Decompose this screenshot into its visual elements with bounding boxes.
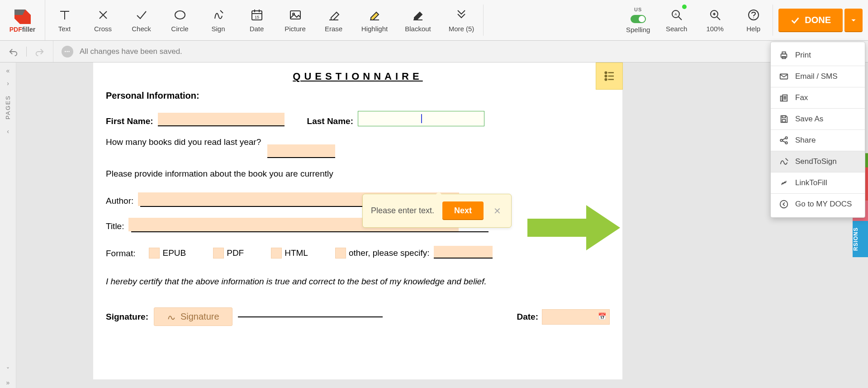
svg-rect-5 xyxy=(290,11,300,19)
svg-point-10 xyxy=(749,10,759,20)
checkbox-epub[interactable] xyxy=(149,248,160,259)
rail-expand[interactable]: » xyxy=(3,377,14,388)
tooltip-message: Please enter text. xyxy=(371,206,434,216)
document-canvas[interactable]: QUESTIONNAIRE Personal Information: Firs… xyxy=(16,62,868,388)
menu-go-to-my-docs[interactable]: Go to MY DOCS xyxy=(771,194,865,215)
label-last-name: Last Name: xyxy=(307,116,353,126)
done-dropdown-menu: Print Email / SMS Fax Save As Share Send… xyxy=(770,42,865,218)
checkbox-pdf[interactable] xyxy=(213,248,224,259)
main-toolbar: PDFfiller Text Cross Check Circle Sign 1… xyxy=(0,0,868,41)
undo-button[interactable] xyxy=(8,47,18,57)
checkbox-html[interactable] xyxy=(271,248,282,259)
app-logo[interactable]: PDFfiller xyxy=(0,0,45,40)
tool-cross[interactable]: Cross xyxy=(84,0,122,40)
field-date[interactable]: 📅 xyxy=(542,309,610,325)
field-last-name[interactable] xyxy=(358,111,484,126)
search-active-indicator xyxy=(682,5,687,9)
menu-print[interactable]: Print xyxy=(771,45,865,66)
done-button[interactable]: DONE xyxy=(778,9,843,32)
field-books-count[interactable] xyxy=(267,144,335,158)
tool-search[interactable]: A Search xyxy=(657,0,696,40)
svg-marker-26 xyxy=(527,205,620,250)
svg-point-22 xyxy=(780,201,788,208)
side-tab-versions[interactable]: RSIONS xyxy=(853,221,868,257)
tool-date[interactable]: 15 Date xyxy=(237,0,276,40)
tool-highlight[interactable]: Highlight xyxy=(353,0,396,40)
comment-icon[interactable] xyxy=(62,46,73,57)
tool-blackout[interactable]: Blackout xyxy=(396,0,440,40)
svg-text:A: A xyxy=(674,12,677,16)
pages-label: PAGES xyxy=(5,95,11,120)
redo-button[interactable] xyxy=(35,47,45,57)
svg-point-24 xyxy=(605,75,607,77)
certification-text: I hereby certify that the above informat… xyxy=(106,277,610,287)
label-title: Title: xyxy=(106,221,124,231)
menu-linktofill[interactable]: LinkToFill xyxy=(771,172,865,193)
done-dropdown-toggle[interactable] xyxy=(844,9,863,32)
menu-email-sms[interactable]: Email / SMS xyxy=(771,66,865,87)
rail-down[interactable]: ˅ xyxy=(3,364,14,375)
callout-arrow xyxy=(527,203,622,253)
svg-rect-18 xyxy=(782,120,785,122)
toolbar-right: US Spelling A Search 100% Help DONE xyxy=(619,0,868,40)
signature-button[interactable]: Signature xyxy=(154,307,232,326)
svg-rect-17 xyxy=(782,116,785,118)
checkbox-other[interactable] xyxy=(335,248,346,259)
tool-spelling[interactable]: US Spelling xyxy=(619,0,657,40)
tool-sign[interactable]: Sign xyxy=(199,0,237,40)
logo-text-red: PDF xyxy=(9,26,22,33)
history-controls xyxy=(0,41,53,62)
status-bar: All changes have been saved. xyxy=(0,41,868,62)
pages-rail: « › PAGES ‹ ˅ » xyxy=(0,62,16,388)
tool-zoom[interactable]: 100% xyxy=(696,0,734,40)
label-first-name: First Name: xyxy=(106,116,153,126)
label-signature: Signature: xyxy=(106,312,148,322)
tool-help[interactable]: Help xyxy=(734,0,773,40)
field-tooltip: Please enter text. Next ✕ xyxy=(362,194,512,228)
doc-title: QUESTIONNAIRE xyxy=(106,71,610,82)
label-date: Date: xyxy=(517,312,538,322)
tool-circle[interactable]: Circle xyxy=(161,0,199,40)
section-personal-info: Personal Information: xyxy=(106,91,610,101)
menu-share[interactable]: Share xyxy=(771,130,865,151)
field-first-name[interactable] xyxy=(158,113,285,126)
menu-sendtosign[interactable]: SendToSign xyxy=(771,151,865,172)
save-status: All changes have been saved. xyxy=(53,46,182,57)
label-author: Author: xyxy=(106,196,133,206)
svg-point-23 xyxy=(605,72,607,74)
tool-check[interactable]: Check xyxy=(122,0,161,40)
rail-prev[interactable]: ‹ xyxy=(3,126,14,137)
svg-rect-15 xyxy=(781,96,783,101)
svg-point-2 xyxy=(175,11,185,19)
svg-text:15: 15 xyxy=(254,15,259,19)
svg-rect-12 xyxy=(782,52,785,54)
fields-panel-toggle[interactable] xyxy=(596,62,623,90)
field-other-format[interactable] xyxy=(434,246,493,259)
done-area: DONE xyxy=(773,0,868,40)
tooltip-close-button[interactable]: ✕ xyxy=(492,206,503,216)
workspace: « › PAGES ‹ ˅ » QUESTIONNAIRE Personal I… xyxy=(0,62,868,388)
menu-fax[interactable]: Fax xyxy=(771,87,865,108)
question-books: How many books did you read last year? xyxy=(106,137,261,147)
menu-save-as[interactable]: Save As xyxy=(771,109,865,129)
spelling-toggle[interactable] xyxy=(631,15,646,23)
calendar-icon[interactable]: 📅 xyxy=(598,312,607,321)
question-current-book: Please provide information about the boo… xyxy=(106,169,610,179)
rail-next[interactable]: › xyxy=(3,78,14,89)
tool-erase[interactable]: Erase xyxy=(314,0,353,40)
tool-more[interactable]: More (5) xyxy=(440,0,483,40)
logo-text-grey: filler xyxy=(22,26,36,33)
rail-collapse-up[interactable]: « xyxy=(3,65,14,76)
tooltip-next-button[interactable]: Next xyxy=(442,201,484,220)
svg-point-25 xyxy=(605,79,607,81)
tool-text[interactable]: Text xyxy=(45,0,84,40)
label-format: Format: xyxy=(106,249,135,259)
tool-picture[interactable]: Picture xyxy=(276,0,314,40)
